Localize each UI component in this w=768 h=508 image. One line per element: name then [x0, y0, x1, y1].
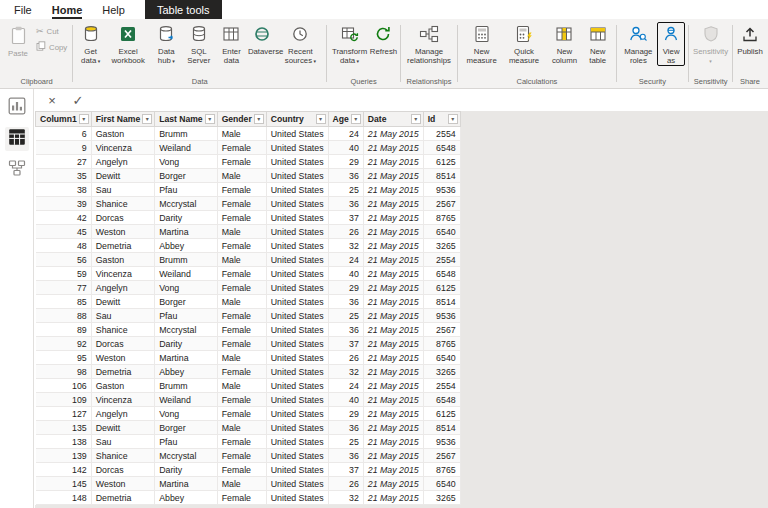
column-filter-dropdown-icon[interactable] [142, 114, 152, 124]
quick-measure-button[interactable]: Quick measure [502, 22, 546, 66]
table-row[interactable]: 98DemetriaAbbeyFemaleUnited States3221 M… [36, 365, 461, 379]
ribbon-group-security: Manage roles View as Security [617, 19, 689, 88]
tab-help[interactable]: Help [92, 0, 135, 19]
dataverse-button[interactable]: Dataverse [247, 22, 278, 56]
ribbon: Paste ✂ Cut Copy Clipboard [0, 19, 768, 89]
table-row[interactable]: 95WestonMartinaMaleUnited States2621 May… [36, 351, 461, 365]
cell-first-name: Sau [91, 183, 154, 197]
table-row[interactable]: 56GastonBrummMaleUnited States2421 May 2… [36, 253, 461, 267]
model-view-button[interactable] [5, 158, 29, 182]
column-header-date[interactable]: Date [363, 112, 423, 127]
refresh-button[interactable]: Refresh [369, 22, 397, 56]
sql-server-button[interactable]: SQL Server [182, 22, 216, 66]
column-filter-dropdown-icon[interactable] [351, 114, 361, 124]
column-header-gender[interactable]: Gender [217, 112, 266, 127]
ribbon-group-sensitivity: Sensitivity Sensitivity [689, 19, 732, 88]
excel-workbook-button[interactable]: Excel workbook [105, 22, 151, 66]
recent-sources-button[interactable]: Recent sources [277, 22, 323, 66]
ribbon-group-data: Get data Excel workbook Data hub SQL Ser… [73, 19, 326, 88]
copy-button[interactable]: Copy [34, 40, 69, 54]
column-filter-dropdown-icon[interactable] [79, 114, 89, 124]
group-label-relationships: Relationships [401, 77, 458, 86]
cell-date: 21 May 2015 [363, 365, 423, 379]
table-row[interactable]: 106GastonBrummMaleUnited States2421 May … [36, 379, 461, 393]
data-hub-button[interactable]: Data hub [151, 22, 182, 66]
table-row[interactable]: 142DorcasDarityFemaleUnited States3721 M… [36, 463, 461, 477]
table-row[interactable]: 89ShaniceMccrystalFemaleUnited States362… [36, 323, 461, 337]
report-view-button[interactable] [5, 96, 29, 120]
paste-icon [7, 24, 29, 48]
paste-button[interactable]: Paste [4, 22, 32, 58]
cut-copy-stack: ✂ Cut Copy [34, 26, 69, 54]
manage-roles-button[interactable]: Manage roles [620, 22, 658, 66]
table-row[interactable]: 9VincenzaWeilandFemaleUnited States4021 … [36, 141, 461, 155]
table-row[interactable]: 35DewittBorgerMaleUnited States3621 May … [36, 169, 461, 183]
cell-column1: 109 [36, 393, 92, 407]
publish-button[interactable]: Publish [736, 22, 764, 56]
column-filter-dropdown-icon[interactable] [411, 114, 421, 124]
cell-last-name: Martina [155, 477, 217, 491]
column-filter-dropdown-icon[interactable] [448, 114, 458, 124]
cell-first-name: Dewitt [91, 169, 154, 183]
cell-first-name: Demetria [91, 491, 154, 505]
cell-first-name: Angelyn [91, 155, 154, 169]
cell-country: United States [266, 393, 328, 407]
cut-button[interactable]: ✂ Cut [34, 26, 69, 37]
confirm-icon[interactable]: ✓ [71, 94, 85, 107]
cell-date: 21 May 2015 [363, 309, 423, 323]
table-row[interactable]: 39ShaniceMccrystalFemaleUnited States362… [36, 197, 461, 211]
new-column-button[interactable]: New column [546, 22, 583, 66]
column-header-id[interactable]: Id [423, 112, 460, 127]
table-row[interactable]: 127AngelynVongFemaleUnited States2921 Ma… [36, 407, 461, 421]
table-row[interactable]: 77AngelynVongFemaleUnited States2921 May… [36, 281, 461, 295]
table-row[interactable]: 45WestonMartinaMaleUnited States2621 May… [36, 225, 461, 239]
table-row[interactable]: 48DemetriaAbbeyFemaleUnited States3221 M… [36, 239, 461, 253]
table-row[interactable]: 92DorcasDarityFemaleUnited States3721 Ma… [36, 337, 461, 351]
get-data-button[interactable]: Get data [76, 22, 105, 66]
table-row[interactable]: 88SauPfauFemaleUnited States2521 May 201… [36, 309, 461, 323]
column-header-country[interactable]: Country [266, 112, 328, 127]
view-as-button[interactable]: View as [657, 22, 685, 66]
table-row[interactable]: 139ShaniceMccrystalFemaleUnited States36… [36, 449, 461, 463]
cell-country: United States [266, 225, 328, 239]
table-row[interactable]: 138SauPfauFemaleUnited States2521 May 20… [36, 435, 461, 449]
cancel-icon[interactable]: × [45, 94, 59, 107]
column-header-first-name[interactable]: First Name [91, 112, 154, 127]
table-row[interactable]: 148DemetriaAbbeyFemaleUnited States3221 … [36, 491, 461, 505]
cell-id: 2567 [423, 449, 460, 463]
new-table-button[interactable]: New table [583, 22, 613, 66]
data-view-button[interactable] [5, 127, 29, 151]
manage-relationships-button[interactable]: Manage relationships [404, 22, 455, 66]
transform-data-button[interactable]: Transform data [330, 22, 369, 66]
cell-id: 6540 [423, 351, 460, 365]
column-filter-dropdown-icon[interactable] [205, 114, 215, 124]
cell-country: United States [266, 477, 328, 491]
table-row[interactable]: 27AngelynVongFemaleUnited States2921 May… [36, 155, 461, 169]
cell-gender: Female [217, 281, 266, 295]
cell-country: United States [266, 351, 328, 365]
tab-home[interactable]: Home [42, 0, 93, 19]
table-row[interactable]: 135DewittBorgerMaleUnited States3621 May… [36, 421, 461, 435]
group-label-queries: Queries [327, 77, 400, 86]
table-row[interactable]: 145WestonMartinaMaleUnited States2621 Ma… [36, 477, 461, 491]
enter-data-button[interactable]: Enter data [216, 22, 247, 66]
tab-table-tools[interactable]: Table tools [145, 0, 222, 19]
table-row[interactable]: 38SauPfauFemaleUnited States2521 May 201… [36, 183, 461, 197]
data-hub-icon [156, 24, 176, 46]
tab-file[interactable]: File [4, 0, 42, 19]
table-row[interactable]: 6GastonBrummMaleUnited States2421 May 20… [36, 127, 461, 141]
table-row[interactable]: 109VincenzaWeilandFemaleUnited States402… [36, 393, 461, 407]
sensitivity-button[interactable]: Sensitivity [692, 22, 729, 66]
cell-gender: Female [217, 239, 266, 253]
column-header-column1[interactable]: Column1 [36, 112, 92, 127]
new-measure-button[interactable]: New measure [461, 22, 502, 66]
column-filter-dropdown-icon[interactable] [316, 114, 326, 124]
table-row[interactable]: 85DewittBorgerMaleUnited States3621 May … [36, 295, 461, 309]
table-row[interactable]: 59VincenzaWeilandFemaleUnited States4021… [36, 267, 461, 281]
column-header-age[interactable]: Age [328, 112, 363, 127]
cell-last-name: Abbey [155, 365, 217, 379]
column-header-last-name[interactable]: Last Name [155, 112, 217, 127]
table-row[interactable]: 42DorcasDarityFemaleUnited States3721 Ma… [36, 211, 461, 225]
column-filter-dropdown-icon[interactable] [254, 114, 264, 124]
cell-age: 36 [328, 295, 363, 309]
